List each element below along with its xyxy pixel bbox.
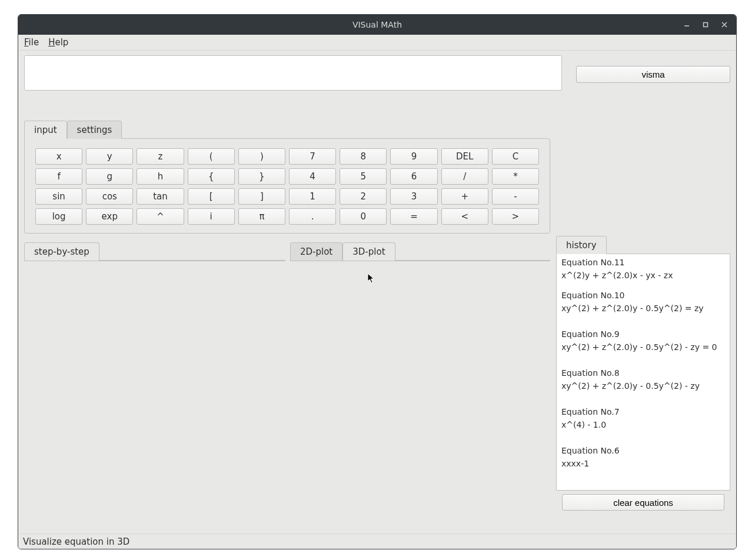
key-_[interactable]: + bbox=[441, 188, 488, 205]
key-2[interactable]: 2 bbox=[340, 188, 387, 205]
key-_[interactable]: . bbox=[289, 208, 336, 225]
tab-3d-plot[interactable]: 3D-plot bbox=[342, 242, 395, 261]
history-entry[interactable]: Equation No.7x^(4) - 1.0 bbox=[561, 407, 725, 429]
maximize-button[interactable] bbox=[697, 18, 714, 32]
key-DEL[interactable]: DEL bbox=[441, 148, 488, 165]
tab-input[interactable]: input bbox=[24, 121, 67, 139]
key-3[interactable]: 3 bbox=[390, 188, 437, 205]
key-_[interactable]: [ bbox=[188, 188, 235, 205]
history-entry-title: Equation No.6 bbox=[561, 446, 725, 455]
history-entry[interactable]: Equation No.8xy^(2) + z^(2.0)y - 0.5y^(2… bbox=[561, 368, 725, 391]
visma-button[interactable]: visma bbox=[576, 66, 730, 83]
client-area: visma input settings xyz()789DELCfgh{}45… bbox=[18, 51, 736, 534]
key-_[interactable]: > bbox=[492, 208, 539, 225]
history-entry-expr: xxxx-1 bbox=[561, 459, 725, 468]
history-entry-title: Equation No.9 bbox=[561, 329, 725, 339]
key-1[interactable]: 1 bbox=[289, 188, 336, 205]
history-entry-expr: x^(4) - 1.0 bbox=[561, 420, 725, 429]
key-4[interactable]: 4 bbox=[289, 168, 336, 185]
key-exp[interactable]: exp bbox=[86, 208, 133, 225]
tab-2d-plot[interactable]: 2D-plot bbox=[290, 242, 342, 261]
key-y[interactable]: y bbox=[86, 148, 133, 165]
statusbar: Visualize equation in 3D bbox=[18, 534, 736, 549]
keypad-panel: xyz()789DELCfgh{}456/*sincostan[]123+-lo… bbox=[24, 138, 550, 234]
key-_[interactable]: < bbox=[441, 208, 488, 225]
history-entry-title: Equation No.7 bbox=[561, 407, 725, 416]
key-sin[interactable]: sin bbox=[35, 188, 82, 205]
key-h[interactable]: h bbox=[137, 168, 184, 185]
menu-help[interactable]: Help bbox=[48, 37, 68, 48]
key-7[interactable]: 7 bbox=[289, 148, 336, 165]
key-f[interactable]: f bbox=[35, 168, 82, 185]
key-cos[interactable]: cos bbox=[86, 188, 133, 205]
window-controls bbox=[678, 15, 733, 34]
history-panel[interactable]: Equation No.11x^(2)y + z^(2.0)x - yx - z… bbox=[556, 254, 730, 491]
key-_[interactable]: = bbox=[390, 208, 437, 225]
history-entry[interactable]: Equation No.9xy^(2) + z^(2.0)y - 0.5y^(2… bbox=[561, 329, 725, 352]
keypad: xyz()789DELCfgh{}456/*sincostan[]123+-lo… bbox=[35, 148, 539, 225]
key-_[interactable]: π bbox=[238, 208, 285, 225]
key-log[interactable]: log bbox=[35, 208, 82, 225]
close-button[interactable] bbox=[716, 18, 733, 32]
key-_[interactable]: ] bbox=[238, 188, 285, 205]
key-5[interactable]: 5 bbox=[340, 168, 387, 185]
key-z[interactable]: z bbox=[137, 148, 184, 165]
key-i[interactable]: i bbox=[188, 208, 235, 225]
history-entry-title: Equation No.10 bbox=[561, 291, 725, 300]
history-entry[interactable]: Equation No.11x^(2)y + z^(2.0)x - yx - z… bbox=[561, 258, 725, 280]
key-_[interactable]: ^ bbox=[137, 208, 184, 225]
status-text: Visualize equation in 3D bbox=[23, 536, 129, 547]
tab-history[interactable]: history bbox=[556, 236, 607, 254]
key-_[interactable]: / bbox=[441, 168, 488, 185]
key-_[interactable]: ( bbox=[188, 148, 235, 165]
expression-input[interactable] bbox=[24, 55, 562, 91]
history-entry-title: Equation No.11 bbox=[561, 258, 725, 267]
svg-rect-1 bbox=[704, 22, 708, 26]
main-tabstrip: input settings bbox=[24, 120, 550, 138]
key-C[interactable]: C bbox=[492, 148, 539, 165]
app-window: VISual MAth File Help visma bbox=[18, 14, 737, 549]
history-entry[interactable]: Equation No.6xxxx-1 bbox=[561, 446, 725, 468]
history-entry-expr: xy^(2) + z^(2.0)y - 0.5y^(2) - zy bbox=[561, 381, 725, 391]
key-_[interactable]: { bbox=[188, 168, 235, 185]
key-_[interactable]: } bbox=[238, 168, 285, 185]
history-entry-title: Equation No.8 bbox=[561, 368, 725, 378]
key-8[interactable]: 8 bbox=[340, 148, 387, 165]
key-0[interactable]: 0 bbox=[340, 208, 387, 225]
key-9[interactable]: 9 bbox=[390, 148, 437, 165]
window-title: VISual MAth bbox=[352, 20, 402, 29]
key-_[interactable]: ) bbox=[238, 148, 285, 165]
tab-settings[interactable]: settings bbox=[67, 121, 122, 139]
key-x[interactable]: x bbox=[35, 148, 82, 165]
tab-step-by-step[interactable]: step-by-step bbox=[24, 242, 99, 261]
menu-file[interactable]: File bbox=[24, 37, 39, 48]
clear-equations-button[interactable]: clear equations bbox=[562, 494, 724, 511]
key-tan[interactable]: tan bbox=[137, 188, 184, 205]
key-6[interactable]: 6 bbox=[390, 168, 437, 185]
titlebar: VISual MAth bbox=[18, 15, 736, 35]
history-entry[interactable]: Equation No.10xy^(2) + z^(2.0)y - 0.5y^(… bbox=[561, 291, 725, 313]
key-_[interactable]: - bbox=[492, 188, 539, 205]
history-entry-expr: xy^(2) + z^(2.0)y - 0.5y^(2) - zy = 0 bbox=[561, 342, 725, 352]
minimize-button[interactable] bbox=[678, 18, 695, 32]
menubar: File Help bbox=[18, 35, 736, 51]
history-entry-expr: x^(2)y + z^(2.0)x - yx - zx bbox=[561, 271, 725, 280]
history-entry-expr: xy^(2) + z^(2.0)y - 0.5y^(2) = zy bbox=[561, 304, 725, 313]
key-_[interactable]: * bbox=[492, 168, 539, 185]
key-g[interactable]: g bbox=[86, 168, 133, 185]
